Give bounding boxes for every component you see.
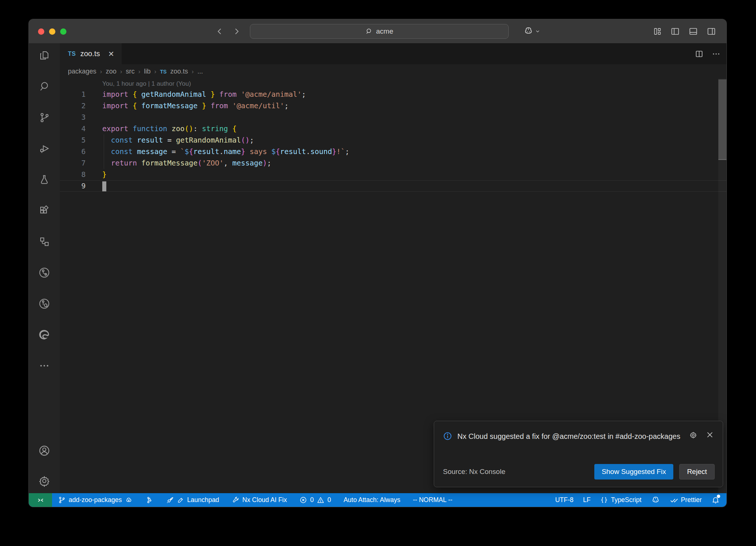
command-center-search[interactable]: acme bbox=[250, 24, 509, 39]
encoding-label: UTF-8 bbox=[555, 496, 574, 504]
toggle-secondary-sidebar-icon[interactable] bbox=[707, 27, 716, 36]
breadcrumb-item[interactable]: src bbox=[126, 68, 135, 75]
notification-badge-dot bbox=[717, 495, 720, 498]
chevron-right-icon: › bbox=[120, 68, 122, 75]
notification-close-icon[interactable] bbox=[706, 431, 714, 440]
settings-gear-icon[interactable] bbox=[38, 475, 51, 487]
titlebar: acme bbox=[29, 19, 726, 43]
search-sidebar-icon[interactable] bbox=[38, 80, 51, 93]
code-line[interactable]: 2import { formatMessage } from '@acme/ut… bbox=[60, 100, 726, 112]
auto-attach-label: Auto Attach: Always bbox=[344, 496, 401, 504]
line-content bbox=[102, 180, 106, 192]
source-control-icon[interactable] bbox=[38, 111, 51, 124]
launchpad-label: Launchpad bbox=[187, 496, 219, 504]
cloud-upload-icon bbox=[125, 496, 133, 504]
nx-console-icon[interactable] bbox=[38, 266, 51, 279]
account-icon[interactable] bbox=[38, 444, 51, 457]
info-icon bbox=[443, 429, 452, 441]
line-content: const result = getRandomAnimal(); bbox=[102, 134, 254, 146]
copilot-icon bbox=[523, 26, 533, 36]
breadcrumb: packages › zoo › src › lib › TS zoo.ts ›… bbox=[60, 64, 726, 79]
line-content: export function zoo(): string { bbox=[102, 123, 237, 134]
explorer-icon[interactable] bbox=[38, 49, 51, 62]
notification-message: Nx Cloud suggested a fix for @acme/zoo:t… bbox=[457, 429, 684, 443]
nx-cloud-icon[interactable] bbox=[38, 297, 51, 310]
run-debug-icon[interactable] bbox=[38, 142, 51, 155]
notification-settings-gear-icon[interactable] bbox=[689, 431, 698, 440]
minimize-window-button[interactable] bbox=[49, 28, 55, 35]
git-graph-item[interactable] bbox=[145, 496, 153, 504]
close-window-button[interactable] bbox=[38, 28, 44, 35]
formatter-label: Prettier bbox=[681, 496, 702, 504]
vim-mode-label: -- NORMAL -- bbox=[413, 496, 452, 504]
git-graph-icon bbox=[145, 496, 153, 504]
copilot-status-item[interactable] bbox=[651, 496, 660, 505]
code-line[interactable]: 4export function zoo(): string { bbox=[60, 123, 726, 134]
forward-icon[interactable] bbox=[232, 27, 241, 36]
code-line[interactable]: 1import { getRandomAnimal } from '@acme/… bbox=[60, 89, 726, 100]
breadcrumb-item[interactable]: lib bbox=[144, 68, 151, 75]
language-label: TypeScript bbox=[611, 496, 642, 504]
reject-button[interactable]: Reject bbox=[679, 464, 715, 480]
more-views-icon[interactable] bbox=[38, 359, 51, 372]
remote-indicator[interactable] bbox=[29, 493, 52, 507]
toggle-primary-sidebar-icon[interactable] bbox=[670, 27, 680, 36]
breadcrumb-more[interactable]: ... bbox=[197, 68, 203, 75]
auto-attach-item[interactable]: Auto Attach: Always bbox=[344, 496, 401, 504]
chevron-down-icon bbox=[535, 29, 540, 34]
git-branch-item[interactable]: add-zoo-packages bbox=[58, 496, 133, 504]
formatter-item[interactable]: Prettier bbox=[670, 496, 702, 504]
search-value: acme bbox=[376, 27, 393, 35]
split-editor-icon[interactable] bbox=[695, 50, 704, 58]
error-count: 0 bbox=[310, 496, 314, 504]
rocket-icon bbox=[166, 496, 174, 504]
chevron-right-icon: › bbox=[100, 68, 102, 75]
eol-item[interactable]: LF bbox=[583, 496, 590, 504]
notifications-item[interactable] bbox=[711, 496, 720, 504]
toggle-panel-icon[interactable] bbox=[688, 27, 698, 36]
screen: acme bbox=[0, 0, 756, 546]
vscode-window: acme bbox=[29, 19, 726, 507]
breadcrumb-item[interactable]: packages bbox=[68, 68, 96, 75]
code-line[interactable]: 6 const message = `${result.name} says $… bbox=[60, 146, 726, 157]
back-icon[interactable] bbox=[215, 27, 224, 36]
line-content: } bbox=[102, 169, 107, 180]
line-content: return formatMessage('ZOO', message); bbox=[102, 157, 271, 169]
extensions-icon[interactable] bbox=[38, 204, 51, 217]
chevron-right-icon: › bbox=[138, 68, 140, 75]
blame-annotation: You, 1 hour ago | 1 author (You) bbox=[60, 79, 726, 89]
typescript-file-icon: TS bbox=[160, 69, 166, 75]
breadcrumb-item[interactable]: zoo bbox=[106, 68, 116, 75]
edge-browser-icon[interactable] bbox=[38, 328, 51, 341]
warning-count: 0 bbox=[327, 496, 331, 504]
customize-layout-icon[interactable] bbox=[653, 27, 662, 36]
problems-item[interactable]: 0 0 bbox=[299, 496, 331, 504]
nx-cloud-fix-item[interactable]: Nx Cloud AI Fix bbox=[232, 496, 287, 504]
search-icon bbox=[365, 28, 373, 35]
editor-more-actions-icon[interactable] bbox=[712, 50, 721, 58]
code-line[interactable]: 3 bbox=[60, 112, 726, 123]
language-mode-item[interactable]: TypeScript bbox=[600, 496, 642, 504]
encoding-item[interactable]: UTF-8 bbox=[555, 496, 574, 504]
breadcrumb-file[interactable]: zoo.ts bbox=[170, 68, 188, 75]
code-line[interactable]: 5 const result = getRandomAnimal(); bbox=[60, 134, 726, 146]
vim-mode-item[interactable]: -- NORMAL -- bbox=[413, 496, 452, 504]
scrollbar-thumb[interactable] bbox=[718, 79, 726, 160]
maximize-window-button[interactable] bbox=[60, 28, 66, 35]
line-content: const message = `${result.name} says ${r… bbox=[102, 146, 349, 157]
tab-close-icon[interactable]: ✕ bbox=[108, 50, 114, 58]
edit-pencil-icon bbox=[177, 496, 184, 504]
activity-bar bbox=[29, 43, 60, 493]
line-content: import { formatMessage } from '@acme/uti… bbox=[102, 100, 289, 112]
double-check-icon bbox=[670, 496, 678, 504]
code-line[interactable]: 8} bbox=[60, 169, 726, 180]
references-icon[interactable] bbox=[38, 235, 51, 248]
bell-icon bbox=[711, 496, 720, 504]
tab-zoo-ts[interactable]: TS zoo.ts ✕ bbox=[60, 43, 121, 64]
code-line[interactable]: 7 return formatMessage('ZOO', message); bbox=[60, 157, 726, 169]
launchpad-item[interactable]: Launchpad bbox=[166, 496, 219, 504]
show-suggested-fix-button[interactable]: Show Suggested Fix bbox=[594, 464, 673, 480]
code-line[interactable]: 9 bbox=[60, 180, 726, 192]
copilot-menu[interactable] bbox=[523, 19, 540, 43]
testing-icon[interactable] bbox=[38, 173, 51, 186]
